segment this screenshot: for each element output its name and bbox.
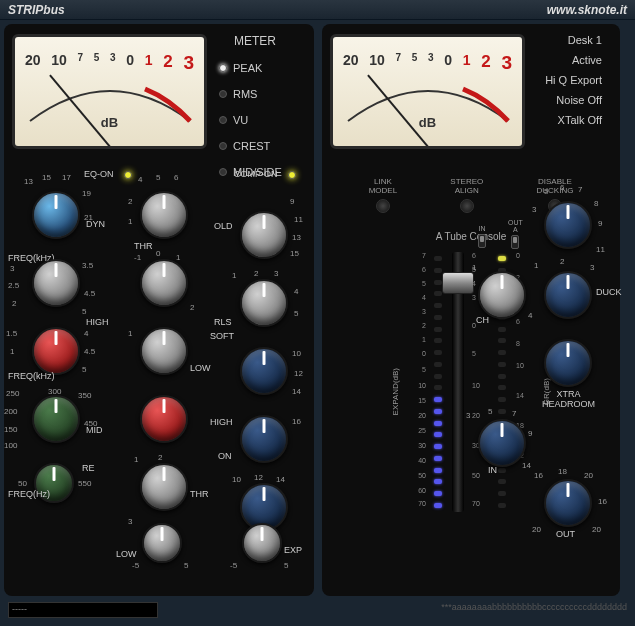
- knob-thr2[interactable]: [140, 463, 188, 511]
- out-a-switch[interactable]: OUT A: [508, 219, 523, 251]
- opt-hiq[interactable]: Hi Q Export: [545, 74, 602, 86]
- knob-duck-top[interactable]: [544, 201, 592, 249]
- meter-vu[interactable]: VU: [219, 114, 282, 126]
- knob-comp3[interactable]: [240, 347, 288, 395]
- knob-col2-4[interactable]: [140, 395, 188, 443]
- right-panel: 20 10 7 5 3 0 1 2 3 dB Desk 1 Active Hi …: [322, 24, 620, 596]
- knob-col2-2[interactable]: [140, 259, 188, 307]
- knob-old[interactable]: [240, 211, 288, 259]
- fader-cap[interactable]: [442, 272, 474, 294]
- knob-low2[interactable]: [142, 523, 182, 563]
- main-fader[interactable]: [452, 252, 464, 512]
- knob-mid-gain[interactable]: [32, 395, 80, 443]
- eq-comp-knobs: EQ-ON COMP-ON DYN 13 15 17 19 21 FREQ(kH…: [4, 169, 314, 574]
- opt-noise[interactable]: Noise Off: [545, 94, 602, 106]
- comp-on-led[interactable]: [288, 171, 296, 179]
- knob-dyn[interactable]: [32, 191, 80, 239]
- knob-high-gain[interactable]: [32, 327, 80, 375]
- vu-meter-left: 20 10 7 5 3 0 1 2 3 dB: [12, 34, 207, 149]
- knob-exp[interactable]: [242, 523, 282, 563]
- knob-xtra[interactable]: [544, 339, 592, 387]
- meter-rms[interactable]: RMS: [219, 88, 282, 100]
- in-switch[interactable]: IN: [478, 225, 486, 250]
- knob-freq1[interactable]: [32, 259, 80, 307]
- meter-crest[interactable]: CREST: [219, 140, 282, 152]
- knob-rls[interactable]: [240, 279, 288, 327]
- knob-low1[interactable]: [140, 327, 188, 375]
- opt-desk[interactable]: Desk 1: [545, 34, 602, 46]
- left-panel: 20 10 7 5 3 0 1 2 3 dB METER PEAK RMS VU…: [4, 24, 314, 596]
- stereo-align-btn[interactable]: STEREO ALIGN: [450, 177, 483, 217]
- expand-label: EXPAND(dB): [391, 368, 400, 415]
- meter-peak[interactable]: PEAK: [219, 62, 282, 74]
- app-title: STRIPbus: [8, 3, 65, 17]
- vu-db-label: dB: [101, 115, 118, 130]
- vu-meter-right: 20 10 7 5 3 0 1 2 3 dB: [330, 34, 525, 149]
- url-link[interactable]: www.sknote.it: [547, 3, 627, 17]
- eq-on-led[interactable]: [124, 171, 132, 179]
- knob-duck[interactable]: [544, 271, 592, 319]
- meter-title: METER: [219, 34, 282, 48]
- comp-on-label[interactable]: COMP-ON: [234, 169, 278, 179]
- link-model-btn[interactable]: LINK MODEL: [369, 177, 397, 217]
- footer-debug: ***aaaaaaaabbbbbbbbbbccccccccccdddddddd: [441, 602, 627, 620]
- opt-active[interactable]: Active: [545, 54, 602, 66]
- knob-out[interactable]: [544, 479, 592, 527]
- knob-ch[interactable]: [478, 271, 526, 319]
- opt-xtalk[interactable]: XTalk Off: [545, 114, 602, 126]
- knob-thr1[interactable]: [140, 191, 188, 239]
- knob-high-on[interactable]: [240, 415, 288, 463]
- knob-in[interactable]: [478, 419, 526, 467]
- eq-on-label[interactable]: EQ-ON: [84, 169, 114, 179]
- footer-status: -----: [8, 602, 158, 618]
